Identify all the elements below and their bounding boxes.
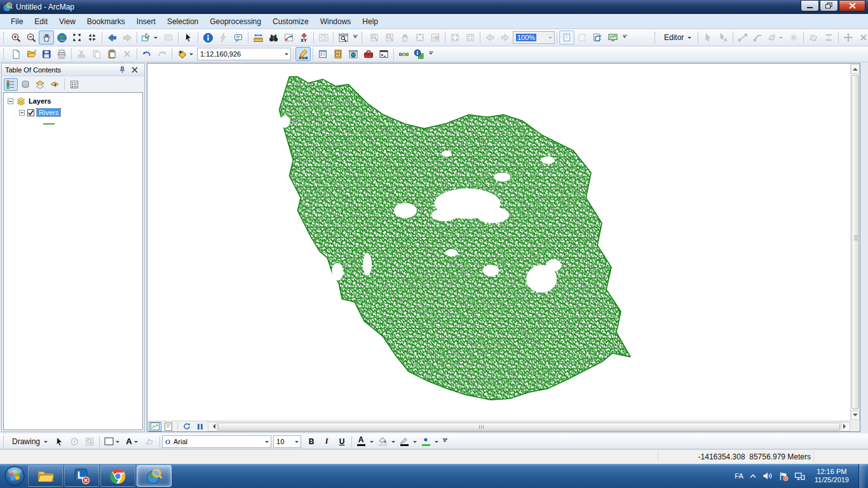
list-by-drawing-order-button[interactable] [4,78,18,91]
list-by-selection-button[interactable] [48,78,62,91]
layout-fixed-zoom-out-button[interactable] [463,30,478,44]
arctoolbox-button[interactable] [361,47,376,61]
layout-zoom-whole-page-button[interactable] [412,30,428,44]
toc-pin-button[interactable] [116,64,128,76]
scroll-up-button[interactable] [851,64,860,74]
map-scale-combo[interactable]: 1:12,160,926 [197,48,291,60]
open-map-button[interactable] [24,47,39,61]
html-popup-button[interactable] [231,30,246,44]
network-icon[interactable] [794,471,805,481]
layout-toolbar-grip[interactable] [362,32,364,43]
close-button[interactable] [839,0,865,11]
trace-tool-button[interactable] [766,30,786,44]
font-color-dropdown[interactable] [368,438,376,445]
shape-tool-button[interactable] [102,435,123,449]
select-features-dropdown[interactable] [152,31,159,44]
map-canvas[interactable] [147,64,850,421]
volume-icon[interactable] [763,471,773,480]
editor-menu-button[interactable]: Editor [660,33,696,42]
edit-annotation-tool-button[interactable] [715,30,731,44]
go-forward-extent-button[interactable] [119,30,135,44]
cut-polygons-tool-button[interactable] [806,30,821,44]
tools-toolbar-grip[interactable] [3,32,6,43]
delete-button[interactable] [119,47,135,61]
start-button[interactable] [2,464,27,488]
line-color-button[interactable] [397,435,419,449]
modelbuilder-button[interactable] [396,47,411,61]
show-hidden-icons-chevron[interactable] [749,473,757,478]
paste-button[interactable] [104,47,119,61]
editor-toolbar-toggle-button[interactable] [295,47,311,61]
edit-vertices-button[interactable] [142,435,158,449]
language-indicator[interactable]: FA [735,472,743,480]
time-slider-button[interactable] [316,30,331,44]
find-route-button[interactable] [281,30,296,44]
scroll-down-button[interactable] [851,410,860,420]
horizontal-scroll-thumb[interactable] [218,423,840,431]
shape-tool-dropdown[interactable] [114,435,121,448]
marker-color-dropdown[interactable] [433,438,440,445]
zoom-out-button[interactable] [24,30,39,44]
table-of-contents-toggle-button[interactable] [315,47,330,61]
undo-button[interactable] [139,47,154,61]
standard-toolbar-overflow[interactable] [426,48,435,60]
split-tool-button[interactable] [821,30,836,44]
fill-color-dropdown[interactable] [390,438,397,445]
toggle-draft-mode-button[interactable] [559,30,574,44]
map-vertical-scrollbar[interactable] [850,64,860,421]
fixed-zoom-in-button[interactable] [69,30,85,44]
line-color-dropdown[interactable] [411,438,419,445]
menu-geoprocessing[interactable]: Geoprocessing [204,15,267,29]
font-family-combo[interactable]: O Arial [162,435,271,448]
refresh-view-button[interactable] [180,422,193,431]
endpoint-arc-tool-button[interactable] [750,30,766,44]
print-button[interactable] [54,47,69,61]
rivers-layer-label[interactable]: Rivers [37,109,60,116]
data-driven-pages-refresh-button[interactable] [590,30,605,44]
select-features-button[interactable] [139,30,161,44]
midpoint-tool-button[interactable] [786,30,801,44]
font-size-dropdown[interactable] [293,436,301,447]
fill-color-button[interactable] [376,435,397,449]
pause-drawing-button[interactable] [194,422,207,431]
collapse-rivers-icon[interactable] [19,110,25,116]
rivers-visibility-checkbox[interactable] [27,109,34,116]
drawing-select-elements-button[interactable] [51,435,67,449]
drawing-toolbar-overflow[interactable] [440,435,449,448]
action-center-flag-icon[interactable] [778,471,789,481]
list-by-source-button[interactable] [18,78,32,91]
text-tool-button[interactable]: A [123,435,142,449]
menu-view[interactable]: View [53,15,81,29]
edit-tool-button[interactable] [700,30,715,44]
scroll-left-button[interactable] [208,422,217,431]
toc-rivers-row[interactable]: Rivers [4,107,142,118]
menu-bookmarks[interactable]: Bookmarks [81,15,131,29]
arccatalog-button[interactable] [346,47,361,61]
toc-options-button[interactable] [67,78,81,91]
add-data-button[interactable] [174,47,197,61]
chrome-taskbar-button[interactable] [100,465,135,487]
viewer-window-button[interactable] [336,30,351,44]
underline-button[interactable]: U [334,435,349,449]
collapse-layers-icon[interactable] [8,98,13,104]
full-extent-button[interactable] [54,30,69,44]
river-line-symbol[interactable] [42,123,56,125]
search-window-button[interactable] [411,47,426,61]
menu-windows[interactable]: Windows [315,15,357,29]
hyperlink-button[interactable] [215,30,231,44]
map-scale-dropdown[interactable] [283,48,290,60]
zoom-percent-dropdown[interactable] [546,32,554,43]
move-tool-button[interactable] [841,30,856,44]
toc-close-button[interactable] [128,64,141,76]
tools-toolbar-overflow[interactable] [351,31,360,44]
layout-go-back-button[interactable] [482,30,498,44]
menu-customize[interactable]: Customize [267,15,315,29]
layout-zoom-in-button[interactable] [367,30,382,44]
trace-tool-dropdown[interactable] [777,31,785,44]
go-back-extent-button[interactable] [104,30,119,44]
editor-toolbar-grip[interactable] [654,32,657,43]
vertical-scroll-thumb[interactable] [851,75,859,409]
delete-vertex-tool-button[interactable] [856,30,868,44]
minimize-button[interactable] [801,0,819,11]
add-data-dropdown[interactable] [187,48,195,60]
